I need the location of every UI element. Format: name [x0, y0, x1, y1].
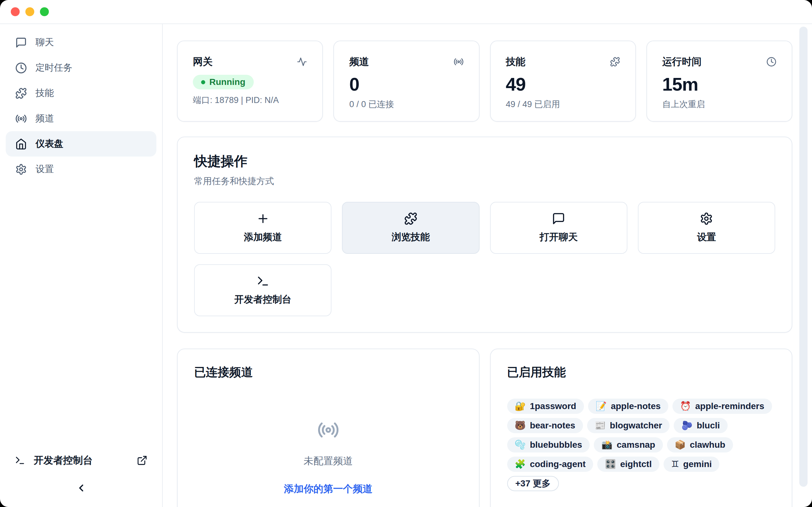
close-button[interactable]: [11, 7, 20, 16]
sidebar-item-label: 频道: [36, 112, 54, 125]
sidebar-item-cron-tasks[interactable]: 定时任务: [6, 55, 156, 80]
skill-chip-gemini[interactable]: ♊gemini: [664, 457, 719, 472]
main-content: 网关 Running 端口: 18789 | PID: N/A 频道 0: [163, 24, 812, 507]
clock-icon: [15, 62, 27, 74]
sidebar-item-label: 设置: [36, 163, 54, 176]
gateway-port-pid: 端口: 18789 | PID: N/A: [193, 95, 307, 106]
add-first-channel-link[interactable]: 添加你的第一个频道: [284, 482, 372, 496]
titlebar: [0, 0, 812, 24]
browse-skills-button[interactable]: 浏览技能: [342, 202, 479, 254]
home-icon: [15, 138, 27, 150]
radio-icon: [15, 113, 27, 124]
terminal-icon: [256, 274, 270, 288]
uptime-sub-text: 自上次重启: [662, 99, 776, 110]
skill-chip-apple-reminders[interactable]: ⏰apple-reminders: [672, 399, 772, 414]
quick-actions-title: 快捷操作: [194, 153, 775, 170]
chat-icon: [15, 37, 27, 49]
quick-actions-grid: 添加频道 浏览技能 打开聊天 设置: [194, 202, 775, 316]
plus-icon: [256, 212, 270, 225]
skill-chip-label: coding-agent: [530, 459, 586, 469]
skill-chip-label: blucli: [697, 420, 720, 431]
radio-icon: [317, 419, 339, 441]
uptime-value: 15m: [662, 73, 776, 95]
developer-console-label: 开发者控制台: [235, 293, 292, 306]
enabled-skills-title: 已启用技能: [507, 364, 775, 380]
gemini-emoji: ♊: [671, 460, 679, 469]
skill-chip-apple-notes[interactable]: 📝apple-notes: [588, 399, 668, 414]
channels-empty-state: 未配置频道 添加你的第一个频道: [194, 419, 462, 496]
gear-icon: [700, 212, 713, 225]
memo-emoji: 📝: [596, 402, 607, 411]
developer-console-button[interactable]: 开发者控制台: [194, 264, 332, 316]
status-dot: [201, 80, 205, 84]
skill-chip-bear-notes[interactable]: 🐻bear-notes: [507, 418, 583, 433]
skill-chip-clawhub[interactable]: 📦clawhub: [667, 437, 733, 452]
skills-stat-card: 技能 49 49 / 49 已启用: [490, 41, 636, 122]
zoom-button[interactable]: [40, 7, 49, 16]
skills-card-title: 技能: [506, 55, 525, 68]
clock-icon: [766, 57, 776, 67]
skill-chip-1password[interactable]: 🔐1password: [507, 399, 584, 414]
sidebar-item-channels[interactable]: 频道: [6, 106, 156, 131]
skill-chip-eightctl[interactable]: 🎛️eightctl: [597, 457, 659, 472]
developer-console-label: 开发者控制台: [34, 454, 93, 467]
sidebar-item-chat[interactable]: 聊天: [6, 30, 156, 55]
bottom-panels: 已连接频道 未配置频道 添加你的第一个频道 已启用技能 🔐1password 📝…: [177, 349, 792, 507]
gear-icon: [15, 164, 27, 175]
sidebar-item-dashboard[interactable]: 仪表盘: [6, 131, 156, 157]
channels-card-title: 频道: [349, 55, 369, 68]
sidebar-item-label: 仪表盘: [36, 137, 63, 150]
skill-chip-label: apple-notes: [611, 401, 661, 411]
gateway-stat-card: 网关 Running 端口: 18789 | PID: N/A: [177, 41, 323, 122]
sidebar-footer: 开发者控制台: [0, 447, 162, 507]
puzzle-emoji: 🧩: [515, 460, 526, 469]
sidebar-item-skills[interactable]: 技能: [6, 80, 156, 106]
skill-chip-label: blogwatcher: [610, 420, 662, 431]
external-link-icon[interactable]: [137, 455, 148, 466]
chat-icon: [552, 212, 565, 225]
stats-row: 网关 Running 端口: 18789 | PID: N/A 频道 0: [177, 41, 792, 122]
open-chat-button[interactable]: 打开聊天: [490, 202, 627, 254]
minimize-button[interactable]: [26, 7, 34, 16]
sidebar-item-label: 聊天: [36, 36, 54, 49]
developer-console-link[interactable]: 开发者控制台: [0, 447, 162, 473]
uptime-card-title: 运行时间: [662, 55, 702, 68]
skill-chip-label: camsnap: [617, 440, 655, 450]
skill-chip-label: 1password: [530, 401, 576, 411]
channels-empty-text: 未配置频道: [304, 454, 353, 468]
skill-chip-coding-agent[interactable]: 🧩coding-agent: [507, 457, 594, 472]
gateway-status-badge: Running: [193, 75, 254, 89]
package-emoji: 📦: [675, 441, 686, 449]
settings-button[interactable]: 设置: [638, 202, 775, 254]
skill-chip-blucli[interactable]: 🫐blucli: [674, 418, 727, 433]
newspaper-emoji: 📰: [595, 421, 606, 430]
gateway-card-title: 网关: [193, 55, 212, 68]
browse-skills-label: 浏览技能: [392, 231, 430, 244]
sidebar: 聊天 定时任务 技能 频道 仪表盘 设置: [0, 24, 163, 507]
puzzle-icon: [15, 88, 27, 99]
more-skills-chip[interactable]: +37 更多: [507, 476, 559, 491]
sidebar-collapse-row: [0, 473, 162, 503]
skill-chip-label: bluebubbles: [530, 440, 582, 450]
skill-chip-camsnap[interactable]: 📸camsnap: [594, 437, 663, 452]
skill-chip-blogwatcher[interactable]: 📰blogwatcher: [587, 418, 670, 433]
skills-enabled-text: 49 / 49 已启用: [506, 99, 620, 110]
add-channel-button[interactable]: 添加频道: [194, 202, 332, 254]
quick-actions-subtitle: 常用任务和快捷方式: [194, 175, 775, 187]
sidebar-item-label: 定时任务: [36, 61, 72, 74]
radio-icon: [454, 57, 464, 67]
sidebar-item-label: 技能: [36, 87, 54, 100]
skill-chip-label: bear-notes: [530, 420, 575, 431]
skill-chip-label: clawhub: [690, 440, 725, 450]
quick-actions-panel: 快捷操作 常用任务和快捷方式 添加频道 浏览技能 打开聊天: [177, 136, 792, 333]
activity-icon: [297, 57, 307, 67]
connected-channels-panel: 已连接频道 未配置频道 添加你的第一个频道: [177, 349, 479, 507]
chevron-left-icon[interactable]: [75, 482, 87, 494]
control-knobs-emoji: 🎛️: [605, 460, 616, 469]
scrollbar-thumb[interactable]: [799, 26, 808, 487]
connected-channels-title: 已连接频道: [194, 364, 462, 380]
sidebar-item-settings[interactable]: 设置: [6, 157, 156, 182]
skill-chips: 🔐1password 📝apple-notes ⏰apple-reminders…: [507, 399, 775, 491]
skill-chip-bluebubbles[interactable]: 🫧bluebubbles: [507, 437, 590, 452]
app-window: 聊天 定时任务 技能 频道 仪表盘 设置: [0, 0, 812, 507]
